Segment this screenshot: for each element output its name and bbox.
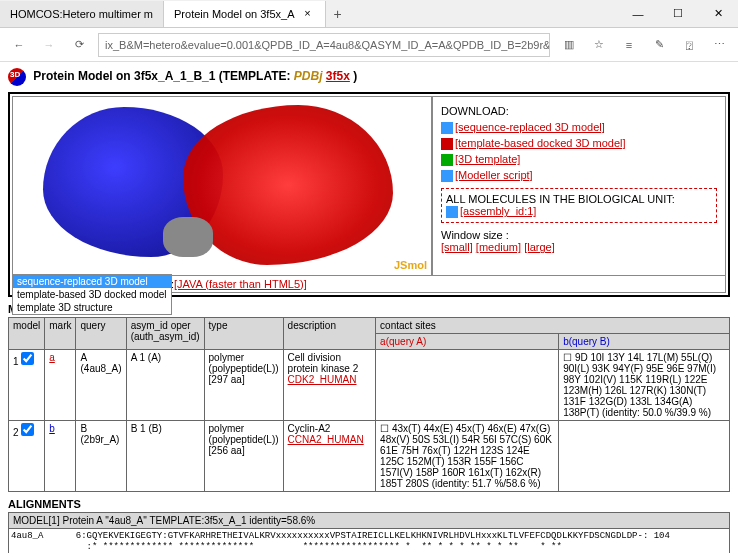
molecules-section: MOLECULES model mark query asym_id oper … bbox=[8, 303, 730, 492]
cell-model: 1 bbox=[9, 350, 45, 421]
table-row: 1 a A (4au8_A) A 1 (A) polymer (polypept… bbox=[9, 350, 730, 421]
tab-protein-model[interactable]: Protein Model on 3f5x_A× bbox=[164, 1, 325, 27]
alignments-section: ALIGNMENTS MODEL[1] Protein A "4au8_A" T… bbox=[8, 498, 730, 553]
alignment-body: 4au8_A 6:GQYEKVEKIGEGTY:GTVFKARHRETHEIVA… bbox=[8, 528, 730, 553]
col-asym: asym_id oper (auth_asym_id) bbox=[126, 318, 204, 350]
more-icon[interactable]: ⋯ bbox=[708, 34, 730, 56]
download-icon bbox=[441, 138, 453, 150]
biological-unit-box: ALL MOLECULES IN THE BIOLOGICAL UNIT: [a… bbox=[441, 188, 717, 223]
cell-query: B (2b9r_A) bbox=[76, 421, 126, 492]
jsmol-label: JSmol bbox=[394, 259, 427, 271]
tab-label: HOMCOS:Hetero multimer m bbox=[10, 8, 153, 20]
cell-sites-a bbox=[376, 350, 559, 421]
notes-icon[interactable]: ✎ bbox=[648, 34, 670, 56]
reading-list-icon[interactable]: ▥ bbox=[558, 34, 580, 56]
cell-mark: a bbox=[45, 350, 76, 421]
cell-sites-b: ☐ 9D 10I 13Y 14L 17L(M) 55L(Q) 90I(L) 93… bbox=[559, 350, 730, 421]
browser-toolbar: ← → ⟳ ix_B&M=hetero&evalue=0.001&QPDB_ID… bbox=[0, 28, 738, 62]
tab-homcos[interactable]: HOMCOS:Hetero multimer m bbox=[0, 1, 164, 27]
refresh-button[interactable]: ⟳ bbox=[68, 34, 90, 56]
download-title: DOWNLOAD: bbox=[441, 105, 717, 117]
size-small-link[interactable]: [small] bbox=[441, 241, 473, 253]
new-tab-button[interactable]: + bbox=[326, 6, 350, 22]
download-icon bbox=[441, 170, 453, 182]
share-icon[interactable]: ⍰ bbox=[678, 34, 700, 56]
download-icon bbox=[446, 206, 458, 218]
maximize-button[interactable]: ☐ bbox=[658, 0, 698, 28]
section-title: ALIGNMENTS bbox=[8, 498, 730, 510]
protein-ligand bbox=[163, 217, 213, 257]
dropdown-option[interactable]: template 3D structure bbox=[13, 301, 171, 314]
molecules-table: model mark query asym_id oper (auth_asym… bbox=[8, 317, 730, 492]
col-model: model bbox=[9, 318, 45, 350]
col-query: query bbox=[76, 318, 126, 350]
protein-link[interactable]: CDK2_HUMAN bbox=[288, 374, 357, 385]
cell-sites-b bbox=[559, 421, 730, 492]
cell-type: polymer (polypeptide(L)) [256 aa] bbox=[204, 421, 283, 492]
cell-asym: B 1 (B) bbox=[126, 421, 204, 492]
col-query-b: b(query B) bbox=[559, 334, 730, 350]
dropdown-option[interactable]: sequence-replaced 3D model bbox=[13, 275, 171, 288]
url-text: ix_B&M=hetero&evalue=0.001&QPDB_ID_A=4au… bbox=[105, 39, 550, 51]
molecule-viewer[interactable]: JSmol bbox=[12, 96, 432, 276]
col-contact: contact sites bbox=[376, 318, 730, 334]
model-checkbox[interactable] bbox=[21, 352, 34, 365]
cell-type: polymer (polypeptide(L)) [297 aa] bbox=[204, 350, 283, 421]
logo-3d-icon bbox=[8, 68, 26, 86]
size-medium-link[interactable]: [medium] bbox=[476, 241, 521, 253]
back-button[interactable]: ← bbox=[8, 34, 30, 56]
pdb-label: PDBj bbox=[294, 69, 323, 83]
download-link[interactable]: [Modeller script] bbox=[455, 169, 533, 181]
mark-link[interactable]: b bbox=[49, 423, 55, 434]
table-row: 2 b B (2b9r_A) B 1 (B) polymer (polypept… bbox=[9, 421, 730, 492]
col-desc: description bbox=[283, 318, 376, 350]
dropdown-option[interactable]: template-based 3D docked model bbox=[13, 288, 171, 301]
download-panel: DOWNLOAD: [sequence-replaced 3D model] [… bbox=[432, 96, 726, 276]
main-frame: JSmol sequence-replaced 3D model templat… bbox=[8, 92, 730, 297]
protein-link[interactable]: CCNA2_HUMAN bbox=[288, 434, 364, 445]
page-content: Protein Model on 3f5x_A_1_B_1 (TEMPLATE:… bbox=[0, 62, 738, 553]
mark-link[interactable]: a bbox=[49, 352, 55, 363]
col-mark: mark bbox=[45, 318, 76, 350]
title-suffix: ) bbox=[353, 69, 357, 83]
download-icon bbox=[441, 122, 453, 134]
cell-desc: Cell division protein kinase 2CDK2_HUMAN bbox=[283, 350, 376, 421]
download-icon bbox=[441, 154, 453, 166]
java-link[interactable]: [JAVA (faster than HTML5)] bbox=[174, 278, 307, 290]
download-link[interactable]: [3D template] bbox=[455, 153, 520, 165]
cell-asym: A 1 (A) bbox=[126, 350, 204, 421]
favorite-icon[interactable]: ☆ bbox=[588, 34, 610, 56]
col-query-a: a(query A) bbox=[376, 334, 559, 350]
cell-desc: Cyclin-A2CCNA2_HUMAN bbox=[283, 421, 376, 492]
close-icon[interactable]: × bbox=[301, 7, 315, 21]
bio-unit-title: ALL MOLECULES IN THE BIOLOGICAL UNIT: bbox=[446, 193, 712, 205]
cell-query: A (4au8_A) bbox=[76, 350, 126, 421]
download-link[interactable]: [template-based docked 3D model] bbox=[455, 137, 626, 149]
alignment-header: MODEL[1] Protein A "4au8_A" TEMPLATE:3f5… bbox=[8, 512, 730, 528]
page-header: Protein Model on 3f5x_A_1_B_1 (TEMPLATE:… bbox=[8, 68, 730, 86]
browser-titlebar: HOMCOS:Hetero multimer m Protein Model o… bbox=[0, 0, 738, 28]
hub-icon[interactable]: ≡ bbox=[618, 34, 640, 56]
forward-button[interactable]: → bbox=[38, 34, 60, 56]
model-checkbox[interactable] bbox=[21, 423, 34, 436]
view-mode-dropdown[interactable]: sequence-replaced 3D model template-base… bbox=[12, 274, 172, 315]
template-link[interactable]: 3f5x bbox=[326, 69, 350, 83]
size-large-link[interactable]: [large] bbox=[524, 241, 555, 253]
minimize-button[interactable]: — bbox=[618, 0, 658, 28]
close-window-button[interactable]: ✕ bbox=[698, 0, 738, 28]
col-type: type bbox=[204, 318, 283, 350]
url-input[interactable]: ix_B&M=hetero&evalue=0.001&QPDB_ID_A=4au… bbox=[98, 33, 550, 57]
assembly-link[interactable]: [assembly_id:1] bbox=[460, 205, 536, 217]
download-link[interactable]: [sequence-replaced 3D model] bbox=[455, 121, 605, 133]
protein-chain-b bbox=[183, 105, 393, 265]
tab-label: Protein Model on 3f5x_A bbox=[174, 8, 294, 20]
page-title-text: Protein Model on 3f5x_A_1_B_1 (TEMPLATE: bbox=[33, 69, 294, 83]
cell-model: 2 bbox=[9, 421, 45, 492]
window-size-label: Window size : bbox=[441, 229, 717, 241]
cell-mark: b bbox=[45, 421, 76, 492]
cell-sites-a: ☐ 43x(T) 44x(E) 45x(T) 46x(E) 47x(G) 48x… bbox=[376, 421, 559, 492]
